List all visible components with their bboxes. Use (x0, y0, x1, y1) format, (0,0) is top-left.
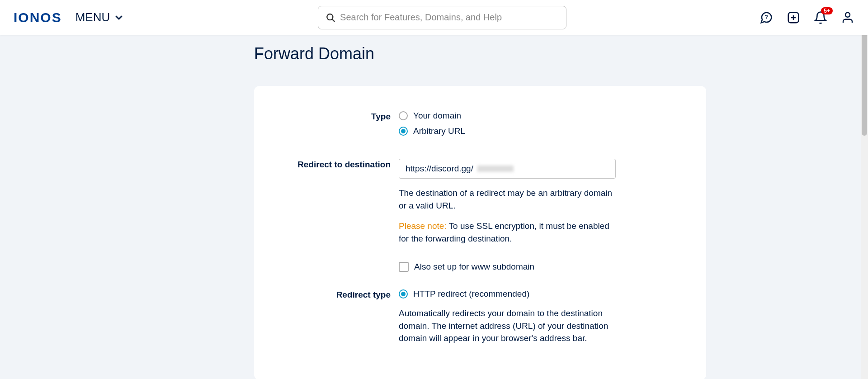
svg-text:?: ? (764, 14, 768, 20)
radio-arbitrary-url[interactable]: Arbitrary URL (399, 126, 616, 136)
notifications-icon[interactable]: 5+ (814, 11, 827, 24)
www-subdomain-checkbox[interactable]: Also set up for www subdomain (399, 262, 616, 272)
destination-label: Redirect to destination (281, 159, 399, 272)
type-options: Your domain Arbitrary URL (399, 111, 616, 142)
form-card: Type Your domain Arbitrary URL Redirect … (254, 86, 706, 379)
radio-label: Arbitrary URL (413, 126, 465, 136)
type-label: Type (281, 111, 399, 142)
svg-point-6 (845, 12, 850, 17)
search-input[interactable] (340, 12, 559, 23)
note-label: Please note: (399, 221, 447, 231)
search-container (124, 6, 760, 29)
radio-icon (399, 111, 408, 120)
radio-label: HTTP redirect (recommended) (413, 289, 529, 299)
radio-icon (399, 127, 408, 136)
destination-help: The destination of a redirect may be an … (399, 187, 616, 212)
search-box[interactable] (318, 6, 566, 29)
logo[interactable]: IONOS (14, 10, 62, 25)
radio-your-domain[interactable]: Your domain (399, 111, 616, 121)
menu-button[interactable]: MENU (75, 10, 125, 24)
row-destination: Redirect to destination The destination … (281, 159, 679, 272)
svg-line-1 (332, 19, 334, 21)
destination-note: Please note: To use SSL encryption, it m… (399, 220, 616, 245)
search-icon (326, 12, 335, 23)
row-redirect-type: Redirect type HTTP redirect (recommended… (281, 289, 679, 345)
destination-control: The destination of a redirect may be an … (399, 159, 616, 272)
chevron-down-icon (113, 12, 124, 23)
row-type: Type Your domain Arbitrary URL (281, 111, 679, 142)
app-header: IONOS MENU ? 5+ (0, 0, 868, 35)
menu-label: MENU (75, 10, 110, 24)
add-icon[interactable] (787, 11, 800, 24)
header-actions: ? 5+ (760, 11, 854, 24)
redirect-type-help: Automatically redirects your domain to t… (399, 307, 616, 345)
help-chat-icon[interactable]: ? (760, 11, 773, 24)
radio-http-redirect[interactable]: HTTP redirect (recommended) (399, 289, 616, 299)
redirect-type-control: HTTP redirect (recommended) Automaticall… (399, 289, 616, 345)
redirect-type-label: Redirect type (281, 289, 399, 345)
notification-badge: 5+ (821, 7, 833, 14)
redacted-text (477, 166, 514, 172)
page-title: Forward Domain (254, 44, 706, 63)
checkbox-icon (399, 262, 409, 272)
radio-label: Your domain (413, 111, 461, 121)
checkbox-label: Also set up for www subdomain (414, 262, 534, 272)
page-content: Forward Domain Type Your domain Arbitrar… (254, 44, 706, 379)
scrollbar[interactable] (861, 0, 868, 379)
radio-icon (399, 289, 408, 298)
account-icon[interactable] (841, 11, 854, 24)
